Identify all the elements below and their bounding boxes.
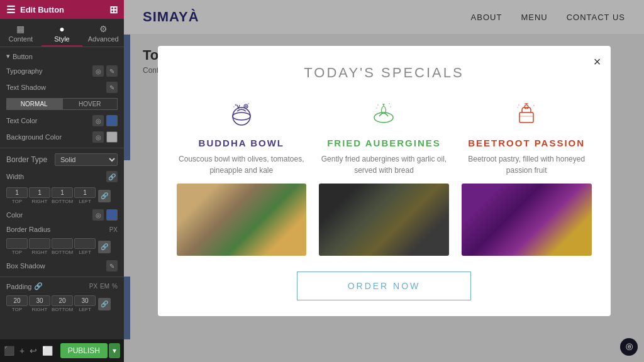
padding-right-input[interactable] <box>29 295 50 306</box>
text-shadow-edit-icon[interactable]: ✎ <box>106 82 118 93</box>
padding-bottom-input[interactable] <box>52 295 73 306</box>
fried-aubergines-desc: Gently fried aubergines with garlic oil,… <box>319 153 449 176</box>
br-right-input[interactable] <box>29 238 50 249</box>
beetroot-passion-icon <box>462 97 592 131</box>
content-tab-icon: ▦ <box>16 24 25 34</box>
color-global-icon[interactable]: ◎ <box>92 209 104 221</box>
padding-left-input[interactable] <box>74 295 96 306</box>
svg-point-4 <box>233 106 235 107</box>
responsive-icon[interactable]: ⬜ <box>42 346 53 356</box>
order-btn-wrap: ORDER NOW <box>177 272 592 300</box>
state-toggle: NORMAL HOVER <box>6 98 118 110</box>
color-swatch[interactable] <box>106 209 118 221</box>
special-item-buddha: BUDDHA BOWL Couscous bowl with olives, t… <box>177 97 307 256</box>
padding-pct[interactable]: % <box>112 283 118 290</box>
panel-title: Edit Button <box>20 5 64 14</box>
svg-point-6 <box>374 112 393 123</box>
svg-point-14 <box>533 105 535 106</box>
publish-button[interactable]: PUBLISH <box>60 343 108 358</box>
add-icon[interactable]: + <box>19 346 25 356</box>
buddha-bowl-desc: Couscous bowl with olives, tomatoes, pin… <box>177 153 307 176</box>
typography-edit-icon[interactable]: ✎ <box>106 65 118 77</box>
bg-color-swatch[interactable] <box>106 131 118 143</box>
modal: × TODAY'S SPECIALS <box>158 46 611 316</box>
svg-point-12 <box>525 105 528 109</box>
width-link-icon[interactable]: 🔗 <box>106 171 118 182</box>
layers-icon[interactable]: ⬛ <box>4 346 14 356</box>
box-shadow-row: Box Shadow ✎ <box>0 258 124 274</box>
fried-aubergines-icon <box>319 97 449 131</box>
svg-point-5 <box>248 103 249 104</box>
style-tab-icon: ● <box>59 24 64 34</box>
padding-link-icon[interactable]: 🔗 <box>34 282 43 290</box>
svg-point-15 <box>517 107 518 108</box>
edit-panel: ☰ Edit Button ⊞ ▦ Content ● Style ⚙ Adva… <box>0 0 124 362</box>
buddha-bowl-icon <box>177 97 307 131</box>
buddha-bowl-image <box>177 184 307 256</box>
padding-em[interactable]: EM <box>100 283 109 290</box>
text-color-global-icon[interactable]: ◎ <box>92 115 104 126</box>
tab-advanced-label: Advanced <box>88 35 119 43</box>
svg-point-8 <box>389 103 390 104</box>
special-item-aubergine: FRIED AUBERGINES Gently fried aubergines… <box>319 97 449 256</box>
beetroot-passion-image <box>462 184 592 256</box>
section-button-title: ▾ Button <box>0 47 124 63</box>
bottom-toolbar: ⬛ + ↩ ⬜ PUBLISH ▾ <box>0 339 124 362</box>
padding-px[interactable]: PX <box>89 283 97 290</box>
bg-color-row: Background Color ◎ <box>0 129 124 145</box>
padding-inputs: TOP RIGHT BOTTOM LEFT 🔗 <box>0 293 124 315</box>
svg-rect-11 <box>519 112 533 123</box>
padding-top-input[interactable] <box>6 295 28 306</box>
width-link-toggle[interactable]: 🔗 <box>98 190 111 202</box>
width-right-input[interactable] <box>29 187 50 198</box>
width-bottom-input[interactable] <box>52 187 73 198</box>
box-shadow-edit-icon[interactable]: ✎ <box>106 260 118 272</box>
panel-header: ☰ Edit Button ⊞ <box>0 0 124 19</box>
modal-close-button[interactable]: × <box>594 55 601 68</box>
tab-content[interactable]: ▦ Content <box>0 19 42 47</box>
specials-grid: BUDDHA BOWL Couscous bowl with olives, t… <box>177 97 592 256</box>
svg-point-3 <box>235 104 236 106</box>
width-label-row: Width 🔗 <box>0 168 124 185</box>
border-radius-unit: PX <box>109 226 118 233</box>
buddha-bowl-title: BUDDHA BOWL <box>177 138 307 148</box>
color-row: Color ◎ <box>0 207 124 223</box>
hover-toggle[interactable]: HOVER <box>62 98 118 110</box>
br-left-input[interactable] <box>74 238 96 249</box>
undo-icon[interactable]: ↩ <box>30 346 37 356</box>
hamburger-icon[interactable]: ☰ <box>6 4 15 16</box>
modal-overlay[interactable]: × TODAY'S SPECIALS <box>124 0 644 362</box>
text-color-swatch[interactable] <box>106 115 118 126</box>
text-shadow-row: Text Shadow ✎ <box>0 79 124 96</box>
toolbar-icons: ⬛ + ↩ ⬜ <box>4 346 53 356</box>
typography-global-icon[interactable]: ◎ <box>92 65 104 77</box>
tab-advanced[interactable]: ⚙ Advanced <box>82 19 124 47</box>
width-top-input[interactable] <box>6 187 28 198</box>
beetroot-passion-title: BEETROOT PASSION <box>462 138 592 148</box>
bg-color-global-icon[interactable]: ◎ <box>92 131 104 143</box>
br-bottom-input[interactable] <box>52 238 73 249</box>
order-now-button[interactable]: ORDER NOW <box>297 272 472 300</box>
br-link-toggle[interactable]: 🔗 <box>98 241 111 253</box>
publish-dropdown-button[interactable]: ▾ <box>109 343 120 358</box>
svg-point-0 <box>233 107 250 125</box>
typography-row: Typography ◎ ✎ <box>0 63 124 79</box>
svg-point-7 <box>377 104 379 106</box>
width-left-input[interactable] <box>74 187 96 198</box>
grid-icon[interactable]: ⊞ <box>109 4 118 16</box>
tab-style[interactable]: ● Style <box>42 19 83 47</box>
border-type-select[interactable]: Solid <box>55 153 118 166</box>
svg-point-9 <box>376 107 377 109</box>
width-inputs-row: TOP RIGHT BOTTOM LEFT 🔗 <box>0 185 124 207</box>
advanced-tab-icon: ⚙ <box>99 24 108 34</box>
padding-link-toggle[interactable]: 🔗 <box>98 298 111 310</box>
fried-aubergines-title: FRIED AUBERGINES <box>319 138 449 148</box>
border-type-row: Border Type Solid <box>0 151 124 168</box>
border-radius-row: Border Radius PX <box>0 223 124 236</box>
fried-aubergines-image <box>319 184 449 256</box>
normal-toggle[interactable]: NORMAL <box>6 98 62 110</box>
border-radius-inputs: TOP RIGHT BOTTOM LEFT 🔗 <box>0 236 124 258</box>
modal-title: TODAY'S SPECIALS <box>177 65 592 81</box>
br-top-input[interactable] <box>6 238 28 249</box>
svg-point-10 <box>390 106 391 107</box>
